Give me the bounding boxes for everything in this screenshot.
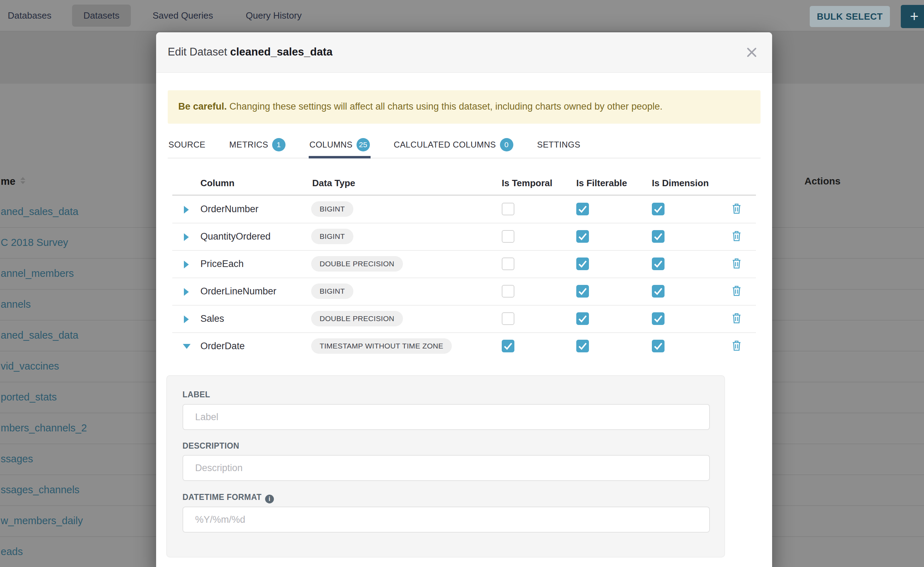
dataset-link[interactable]: annel_members	[1, 268, 74, 279]
delete-icon[interactable]	[732, 285, 741, 297]
is-dimension-checkbox[interactable]	[652, 230, 665, 243]
header-is-temporal: Is Temporal	[502, 178, 552, 189]
delete-icon[interactable]	[732, 258, 741, 269]
top-navbar: Databases Datasets Saved Queries Query H…	[0, 0, 924, 31]
column-editor-panel: LABEL DESCRIPTION DATETIME FORMATi	[166, 375, 725, 558]
dataset-link[interactable]: w_members_daily	[1, 515, 83, 526]
modal-header: Edit Dataset cleaned_sales_data	[156, 32, 772, 73]
is-temporal-checkbox[interactable]	[502, 230, 515, 243]
modal-title-dataset: cleaned_sales_data	[230, 46, 333, 58]
data-type-pill: BIGINT	[311, 229, 354, 244]
dataset-link[interactable]: annels	[1, 298, 31, 310]
dataset-link[interactable]: ssages	[1, 453, 33, 465]
is-temporal-checkbox[interactable]	[502, 340, 515, 352]
nav-tab-saved-queries[interactable]: Saved Queries	[153, 0, 213, 31]
is-dimension-checkbox[interactable]	[652, 340, 665, 352]
dataset-link[interactable]: ssages_channels	[1, 484, 80, 496]
label-field-label: LABEL	[182, 390, 210, 399]
column-name: PriceEach	[200, 258, 244, 270]
screen: Databases Datasets Saved Queries Query H…	[0, 0, 924, 567]
delete-icon[interactable]	[732, 203, 741, 214]
data-type-pill: DOUBLE PRECISION	[311, 256, 403, 272]
is-filterable-checkbox[interactable]	[576, 203, 589, 215]
sort-icon[interactable]	[20, 177, 25, 184]
tab-source[interactable]: SOURCE	[168, 132, 206, 158]
is-filterable-checkbox[interactable]	[576, 285, 589, 297]
delete-icon[interactable]	[732, 231, 741, 242]
datetime-format-field-label: DATETIME FORMATi	[182, 492, 274, 503]
dataset-link[interactable]: aned_sales_data	[1, 330, 78, 341]
modal-title: Edit Dataset cleaned_sales_data	[168, 46, 333, 58]
bulk-select-button[interactable]: BULK SELECT	[810, 6, 890, 27]
column-row-quantityordered: QuantityOrdered BIGINT	[172, 223, 756, 251]
column-row-ordernumber: OrderNumber BIGINT	[172, 195, 756, 224]
expand-caret-icon[interactable]	[184, 206, 189, 214]
expand-caret-icon[interactable]	[184, 288, 189, 296]
is-filterable-checkbox[interactable]	[576, 230, 589, 243]
is-temporal-checkbox[interactable]	[502, 258, 515, 270]
nav-tab-datasets[interactable]: Datasets	[72, 4, 131, 27]
label-input[interactable]	[182, 404, 710, 430]
delete-icon[interactable]	[732, 313, 741, 324]
warning-text: Be careful. Changing these settings will…	[178, 101, 662, 112]
tab-columns[interactable]: COLUMNS 25	[309, 132, 370, 158]
is-temporal-checkbox[interactable]	[502, 285, 515, 297]
expand-caret-icon[interactable]	[184, 315, 189, 323]
is-dimension-checkbox[interactable]	[652, 258, 665, 270]
add-dataset-button[interactable]: +	[901, 5, 924, 28]
header-is-dimension: Is Dimension	[652, 178, 709, 189]
is-temporal-checkbox[interactable]	[502, 203, 515, 215]
nav-tab-databases[interactable]: Databases	[8, 0, 51, 31]
datetime-format-input[interactable]	[182, 507, 710, 532]
is-temporal-checkbox[interactable]	[502, 312, 515, 325]
metrics-count-badge: 1	[272, 138, 286, 152]
column-row-priceeach: PriceEach DOUBLE PRECISION	[172, 250, 756, 278]
actions-column-header: Actions	[804, 176, 841, 187]
dataset-link[interactable]: vid_vaccines	[1, 360, 59, 372]
column-name: QuantityOrdered	[200, 231, 271, 242]
columns-count-badge: 25	[357, 138, 370, 152]
expand-caret-icon[interactable]	[184, 261, 189, 268]
data-type-pill: DOUBLE PRECISION	[311, 311, 403, 326]
dataset-link[interactable]: ported_stats	[1, 392, 57, 403]
close-icon[interactable]	[745, 46, 758, 59]
is-filterable-checkbox[interactable]	[576, 340, 589, 352]
tab-metrics[interactable]: METRICS 1	[229, 132, 286, 158]
tab-settings[interactable]: SETTINGS	[537, 132, 581, 158]
modal-tabs: SOURCE METRICS 1 COLUMNS 25 CALCULATED C…	[168, 132, 760, 158]
nav-tab-query-history[interactable]: Query History	[246, 0, 302, 31]
info-icon[interactable]: i	[265, 495, 274, 503]
header-data-type: Data Type	[312, 178, 355, 189]
is-dimension-checkbox[interactable]	[652, 203, 665, 215]
is-filterable-checkbox[interactable]	[576, 258, 589, 270]
is-dimension-checkbox[interactable]	[652, 285, 665, 297]
dataset-link[interactable]: aned_sales_data	[1, 206, 78, 218]
column-name: OrderNumber	[200, 204, 259, 214]
column-name: OrderDate	[200, 341, 245, 352]
warning-banner: Be careful. Changing these settings will…	[168, 90, 760, 124]
data-type-pill: BIGINT	[311, 284, 354, 299]
column-row-orderdate: OrderDate TIMESTAMP WITHOUT TIME ZONE	[172, 332, 756, 360]
dataset-link[interactable]: C 2018 Survey	[1, 237, 68, 248]
plus-icon: +	[910, 8, 919, 25]
header-is-filterable: Is Filterable	[576, 178, 627, 189]
column-name: Sales	[200, 314, 224, 324]
dataset-link[interactable]: eads	[1, 546, 23, 558]
column-row-orderlinenumber: OrderLineNumber BIGINT	[172, 278, 756, 306]
expand-caret-icon[interactable]	[184, 233, 189, 241]
edit-dataset-modal: Edit Dataset cleaned_sales_data Be caref…	[156, 32, 772, 567]
collapse-caret-icon[interactable]	[183, 344, 191, 349]
is-filterable-checkbox[interactable]	[576, 312, 589, 325]
column-row-sales: Sales DOUBLE PRECISION	[172, 305, 756, 333]
description-input[interactable]	[182, 455, 710, 481]
header-column: Column	[200, 178, 235, 189]
name-column-header[interactable]: me	[1, 176, 15, 187]
is-dimension-checkbox[interactable]	[652, 312, 665, 325]
description-field-label: DESCRIPTION	[182, 441, 239, 451]
calculated-columns-count-badge: 0	[500, 138, 513, 152]
modal-title-prefix: Edit Dataset	[168, 46, 227, 58]
data-type-pill: TIMESTAMP WITHOUT TIME ZONE	[311, 338, 452, 354]
delete-icon[interactable]	[732, 340, 741, 351]
dataset-link[interactable]: mbers_channels_2	[1, 422, 87, 434]
tab-calculated-columns[interactable]: CALCULATED COLUMNS 0	[393, 132, 514, 158]
